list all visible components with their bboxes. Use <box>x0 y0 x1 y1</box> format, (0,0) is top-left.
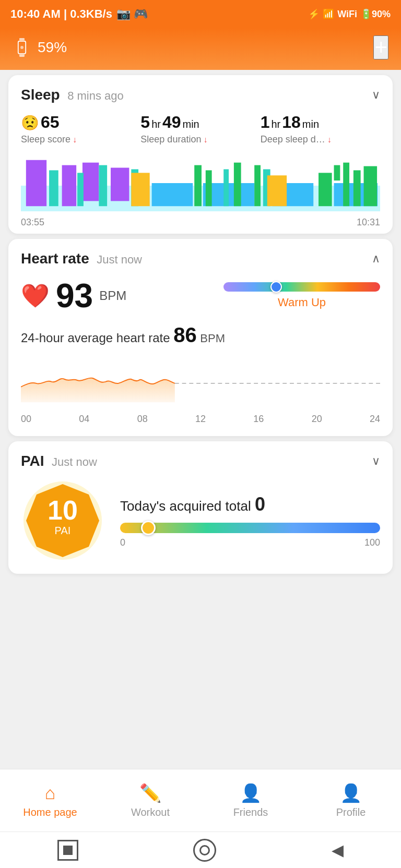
hr-chart-svg <box>21 353 380 405</box>
pai-content: 10 PAI Today's acquired total 0 0 100 <box>21 479 380 562</box>
nav-label-workout: Workout <box>131 806 170 818</box>
sleep-face-icon: 😟 <box>21 114 39 131</box>
system-nav: ◀ <box>0 831 401 868</box>
score-down-arrow: ↓ <box>73 135 77 144</box>
pai-range-labels: 0 100 <box>120 537 380 548</box>
svg-point-3 <box>20 46 23 49</box>
hr-time-20: 20 <box>312 414 322 425</box>
sleep-score-label: Sleep score ↓ <box>21 134 140 145</box>
hr-time-24: 24 <box>370 414 380 425</box>
nav-item-friends[interactable]: 👤 Friends <box>200 769 301 831</box>
hr-value-display: ❤️ 93 BPM <box>21 276 126 315</box>
svg-rect-29 <box>364 166 378 207</box>
system-back-button[interactable] <box>57 840 78 861</box>
svg-rect-19 <box>206 170 212 206</box>
hr-avg-row: 24-hour average heart rate 86 BPM <box>21 323 380 347</box>
svg-rect-6 <box>62 165 77 207</box>
sleep-duration-metric: 5hr49min Sleep duration ↓ <box>140 113 260 145</box>
status-time: 10:40 AM | 0.3KB/s <box>10 7 112 21</box>
wifi-icon: WiFi <box>337 9 357 20</box>
sleep-card-header: Sleep 8 mins ago ∨ <box>21 87 380 103</box>
svg-rect-28 <box>353 170 361 206</box>
svg-rect-27 <box>343 163 349 207</box>
pai-range-min: 0 <box>120 537 125 548</box>
sleep-score-value: 😟 65 <box>21 113 140 132</box>
hr-time-00: 00 <box>21 414 31 425</box>
zone-label: Warm Up <box>278 296 326 309</box>
pai-collapse-icon[interactable]: ∨ <box>372 454 380 468</box>
duration-down-arrow: ↓ <box>203 135 207 144</box>
pai-card-header: PAI Just now ∨ <box>21 453 380 469</box>
hr-title: Heart rate <box>21 250 89 267</box>
bluetooth-icon: ⚡ <box>308 8 320 20</box>
svg-rect-9 <box>49 170 58 206</box>
sleep-collapse-icon[interactable]: ∨ <box>372 88 380 102</box>
pai-progress-bar <box>120 523 380 533</box>
pai-card: PAI Just now ∨ 10 PAI Today's acquired t… <box>8 441 393 574</box>
hr-top-row: ❤️ 93 BPM Warm Up <box>21 276 380 315</box>
hr-chart <box>21 353 380 411</box>
bottom-nav: ⌂ Home page ✏️ Workout 👤 Friends 👤 Profi… <box>0 769 401 831</box>
hr-collapse-icon[interactable]: ∧ <box>372 252 380 266</box>
zone-indicator <box>270 281 282 293</box>
friends-icon: 👤 <box>240 782 262 803</box>
pai-badge-label: PAI <box>48 525 78 537</box>
battery-icon: 🔋90% <box>360 8 391 20</box>
svg-rect-13 <box>131 173 149 206</box>
svg-rect-21 <box>234 163 241 207</box>
status-bar: 10:40 AM | 0.3KB/s 📷 🎮 ⚡ 📶 WiFi 🔋90% <box>0 0 401 28</box>
circle-icon <box>199 845 210 855</box>
workout-icon: ✏️ <box>139 782 161 803</box>
battery-percent: 59% <box>38 39 67 56</box>
nav-item-home[interactable]: ⌂ Home page <box>0 769 100 831</box>
sleep-chart-svg <box>21 154 380 212</box>
home-icon: ⌂ <box>45 783 56 803</box>
pai-total-row: Today's acquired total 0 <box>120 493 380 515</box>
heart-rate-card: Heart rate Just now ∧ ❤️ 93 BPM Warm Up … <box>8 239 393 436</box>
watch-info: 59% <box>13 38 67 57</box>
nav-item-profile[interactable]: 👤 Profile <box>301 769 401 831</box>
pai-badge-text: 10 PAI <box>48 497 78 537</box>
system-home-button[interactable] <box>193 839 216 862</box>
svg-rect-26 <box>334 165 340 180</box>
sleep-title-group: Sleep 8 mins ago <box>21 87 124 103</box>
sleep-time-end: 10:31 <box>357 217 380 228</box>
pai-timestamp: Just now <box>52 455 97 468</box>
sleep-card: Sleep 8 mins ago ∨ 😟 65 Sleep score ↓ 5h… <box>8 75 393 234</box>
nav-item-workout[interactable]: ✏️ Workout <box>100 769 200 831</box>
pai-title-group: PAI Just now <box>21 453 97 469</box>
stop-icon <box>63 846 73 855</box>
hr-time-16: 16 <box>253 414 264 425</box>
nav-label-profile: Profile <box>336 806 366 818</box>
zone-bar <box>223 282 380 292</box>
hr-value-group: ❤️ 93 BPM <box>21 276 126 315</box>
status-icons: 📷 🎮 <box>116 7 148 21</box>
sleep-timestamp: 8 mins ago <box>67 89 124 102</box>
svg-rect-11 <box>99 165 107 207</box>
pai-range-max: 100 <box>364 537 380 548</box>
sleep-duration-label: Sleep duration ↓ <box>140 134 260 145</box>
hr-time-04: 04 <box>79 414 89 425</box>
deep-down-arrow: ↓ <box>327 135 332 144</box>
status-right: ⚡ 📶 WiFi 🔋90% <box>308 8 391 20</box>
svg-rect-5 <box>26 160 46 206</box>
svg-rect-20 <box>223 169 229 206</box>
hr-card-header: Heart rate Just now ∧ <box>21 250 380 267</box>
deep-sleep-value: 1hr18min <box>261 113 380 132</box>
nav-label-friends: Friends <box>233 806 268 818</box>
deep-sleep-label: Deep sleep d… ↓ <box>261 134 380 145</box>
svg-rect-22 <box>254 165 261 207</box>
hr-timestamp: Just now <box>97 253 142 266</box>
pai-value: 10 <box>48 497 78 524</box>
pai-badge: 10 PAI <box>21 479 104 562</box>
svg-rect-2 <box>19 55 25 57</box>
add-button[interactable]: + <box>373 35 388 59</box>
status-left: 10:40 AM | 0.3KB/s 📷 🎮 <box>10 7 148 21</box>
deep-sleep-metric: 1hr18min Deep sleep d… ↓ <box>261 113 380 145</box>
svg-rect-14 <box>152 183 193 206</box>
hr-title-group: Heart rate Just now <box>21 250 142 267</box>
sleep-chart: 03:55 10:31 <box>21 154 380 222</box>
sleep-time-start: 03:55 <box>21 217 44 228</box>
system-recents-button[interactable]: ◀ <box>332 841 344 859</box>
hr-zone-group: Warm Up <box>223 282 380 309</box>
